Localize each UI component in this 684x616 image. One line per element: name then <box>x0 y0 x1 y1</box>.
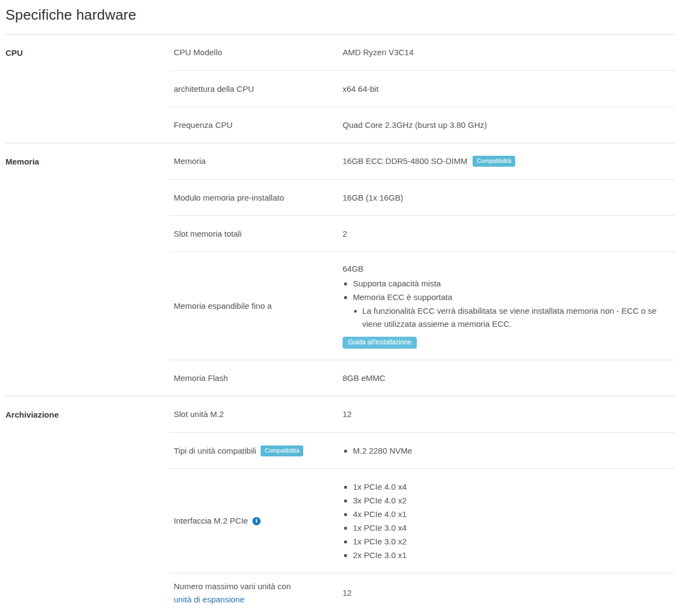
spec-label-cell: Interfaccia M.2 PCIei <box>169 469 343 573</box>
spec-value-item-text: 1x PCIe 3.0 x4 <box>353 521 406 535</box>
spec-row: CPU ModelloAMD Ryzen V3C14 <box>169 34 675 71</box>
spec-value-cell: x64 64-bit <box>343 71 675 107</box>
spec-value-cell: M.2 2280 NVMe <box>343 433 675 468</box>
square-bullet-icon <box>344 541 347 543</box>
square-bullet-icon <box>344 527 347 530</box>
spec-value-item: 1x PCIe 3.0 x2 <box>343 535 406 548</box>
spec-label-cell: Tipi di unità compatibiliCompatibilità <box>169 433 343 468</box>
spec-label: Slot memoria totali <box>174 227 241 240</box>
spec-value-line: 8GB eMMC <box>343 372 385 384</box>
spec-value-line: 2 <box>343 228 347 240</box>
spec-row: Slot unità M.212 <box>169 396 675 432</box>
spec-value-item: 2x PCIe 3.0 x1 <box>343 549 406 562</box>
spec-value: 64GB <box>343 263 363 275</box>
spec-label: Interfaccia M.2 PCIe <box>174 514 248 527</box>
section-rows: CPU ModelloAMD Ryzen V3C14architettura d… <box>169 34 675 143</box>
square-bullet-icon <box>344 500 347 502</box>
spec-label: Modulo memoria pre-installato <box>174 191 284 204</box>
section-rows: Memoria16GB ECC DDR5-4800 SO-DIMMCompati… <box>169 143 675 396</box>
spec-value-item-text: 4x PCIe 4.0 x1 <box>353 508 406 521</box>
spec-value-line: 16GB ECC DDR5-4800 SO-DIMMCompatibilità <box>343 155 515 167</box>
spec-value-cell: 12 <box>343 396 675 432</box>
spec-label: architettura della CPU <box>174 83 254 96</box>
spec-value: Quad Core 2.3GHz (burst up 3.80 GHz) <box>343 119 487 131</box>
spec-value-item-text: 1x PCIe 3.0 x2 <box>353 535 406 548</box>
square-bullet-icon <box>344 486 347 489</box>
spec-value: 12 <box>343 587 352 599</box>
spec-value: AMD Ryzen V3C14 <box>343 46 414 58</box>
category-label-cpu: CPU <box>5 34 169 71</box>
spec-value-line: 16GB (1x 16GB) <box>343 192 403 204</box>
spec-row: Memoria16GB ECC DDR5-4800 SO-DIMMCompati… <box>169 143 675 179</box>
square-bullet-icon <box>344 554 347 557</box>
spec-row: Tipi di unità compatibiliCompatibilitàM.… <box>169 432 675 468</box>
spec-value-item-text: Memoria ECC è supportata <box>353 291 452 304</box>
spec-value-item: 3x PCIe 4.0 x2 <box>343 494 406 507</box>
spec-row: Interfaccia M.2 PCIei1x PCIe 4.0 x43x PC… <box>169 468 675 573</box>
spec-value: 16GB (1x 16GB) <box>343 192 403 204</box>
spec-label-cell: Memoria espandibile fino a <box>169 252 343 360</box>
spec-value-cell: Quad Core 2.3GHz (burst up 3.80 GHz) <box>343 107 675 143</box>
section-archiviazione: ArchiviazioneSlot unità M.212Tipi di uni… <box>5 396 675 613</box>
square-bullet-icon <box>344 283 347 285</box>
spec-value-item: 1x PCIe 4.0 x4 <box>343 480 406 494</box>
spec-value-line: Quad Core 2.3GHz (burst up 3.80 GHz) <box>343 119 487 131</box>
spec-row: Numero massimo vani unità con unità di e… <box>169 573 675 613</box>
spec-label: Slot unità M.2 <box>174 408 224 421</box>
spec-label: Frequenza CPU <box>174 119 233 132</box>
round-bullet-icon <box>354 310 357 313</box>
spec-row: Memoria Flash8GB eMMC <box>169 360 675 396</box>
spec-label: Numero massimo vani unità con <box>174 580 293 593</box>
spec-value-item-text: Supporta capacità mista <box>353 277 441 290</box>
category-label-memoria: Memoria <box>5 143 169 179</box>
spec-value-item-text: M.2 2280 NVMe <box>353 444 412 457</box>
spec-label-cell: architettura della CPU <box>169 71 343 107</box>
spec-value-subitem: La funzionalità ECC verrà disabilitata s… <box>343 304 660 331</box>
spec-value: 12 <box>343 408 352 420</box>
spec-row: architettura della CPUx64 64-bit <box>169 71 675 107</box>
spec-label-cell: CPU Modello <box>169 34 343 71</box>
spec-value-item-text: 3x PCIe 4.0 x2 <box>353 494 406 507</box>
spec-value-item: Memoria ECC è supportata <box>343 291 452 304</box>
square-bullet-icon <box>344 513 347 516</box>
hardware-specs-page: Specifiche hardware CPUCPU ModelloAMD Ry… <box>0 0 684 613</box>
spec-value-line: x64 64-bit <box>343 83 379 95</box>
spec-label: Memoria espandibile fino a <box>174 300 272 313</box>
spec-value-cell: 12 <box>343 573 675 613</box>
spec-value-line: 12 <box>343 587 352 599</box>
compatibility-badge[interactable]: Compatibilità <box>261 445 303 456</box>
spec-value-cell: 16GB (1x 16GB) <box>343 180 675 215</box>
spec-label: CPU Modello <box>174 46 222 59</box>
spec-table: CPUCPU ModelloAMD Ryzen V3C14architettur… <box>5 34 675 613</box>
compatibility-badge[interactable]: Compatibilità <box>473 156 515 167</box>
spec-row: Memoria espandibile fino a64GBSupporta c… <box>169 251 675 360</box>
section-cpu: CPUCPU ModelloAMD Ryzen V3C14architettur… <box>5 34 675 143</box>
spec-label-cell: Modulo memoria pre-installato <box>169 180 343 215</box>
spec-value-cell: 2 <box>343 216 675 251</box>
spec-value: 2 <box>343 228 347 240</box>
page-title: Specifiche hardware <box>5 0 675 24</box>
expansion-unit-link[interactable]: unità di espansione <box>174 593 244 606</box>
spec-value-cell: 16GB ECC DDR5-4800 SO-DIMMCompatibilità <box>343 143 675 179</box>
spec-value-item-text: 1x PCIe 4.0 x4 <box>353 480 406 494</box>
spec-label-cell: Slot unità M.2 <box>169 396 343 432</box>
spec-label-cell: Memoria <box>169 143 343 179</box>
spec-row: Slot memoria totali2 <box>169 215 675 251</box>
spec-value-line: 12 <box>343 408 352 420</box>
spec-label: Tipi di unità compatibili <box>174 444 256 457</box>
info-icon[interactable]: i <box>252 517 261 525</box>
section-memoria: MemoriaMemoria16GB ECC DDR5-4800 SO-DIMM… <box>5 143 675 396</box>
spec-value-item: M.2 2280 NVMe <box>343 444 412 457</box>
section-rows: Slot unità M.212Tipi di unità compatibil… <box>169 396 675 613</box>
square-bullet-icon <box>344 296 347 299</box>
spec-value-cell: 1x PCIe 4.0 x43x PCIe 4.0 x24x PCIe 4.0 … <box>343 469 675 573</box>
spec-value-item: Supporta capacità mista <box>343 277 441 290</box>
spec-label-cell: Numero massimo vani unità con unità di e… <box>169 573 343 613</box>
spec-value-cell: AMD Ryzen V3C14 <box>343 34 675 71</box>
spec-value-cell: 8GB eMMC <box>343 360 675 396</box>
installation-guide-button[interactable]: Guida all'installazione <box>343 337 417 349</box>
spec-row: Modulo memoria pre-installato16GB (1x 16… <box>169 179 675 215</box>
spec-value-line: 64GB <box>343 263 363 275</box>
spec-value: 8GB eMMC <box>343 372 385 384</box>
square-bullet-icon <box>344 450 347 453</box>
